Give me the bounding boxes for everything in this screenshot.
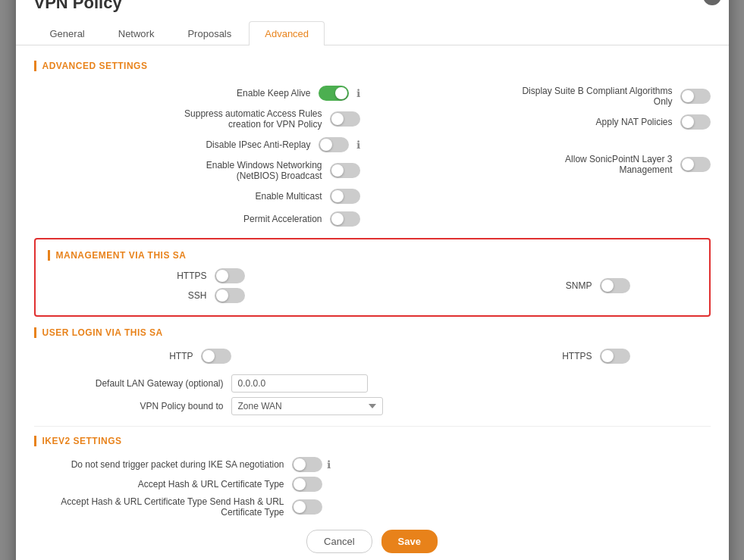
advanced-settings-grid: Enable Keep Alive ℹ Suppress automatic A… bbox=[34, 82, 711, 230]
setting-apply-nat: Apply NAT Policies bbox=[372, 111, 711, 133]
tab-network[interactable]: Network bbox=[102, 21, 171, 45]
vpn-policy-modal: × VPN Policy General Network Proposals A… bbox=[16, 0, 729, 560]
setting-suppress-access: Suppress automatic Access Rules creation… bbox=[34, 105, 372, 133]
management-left: HTTPS SSH bbox=[48, 268, 372, 308]
ikev2-header: IKEV2 SETTINGS bbox=[34, 436, 711, 446]
management-right: SNMP bbox=[372, 268, 697, 308]
setting-keep-alive: Enable Keep Alive ℹ bbox=[34, 82, 372, 105]
keep-alive-toggle[interactable] bbox=[319, 86, 349, 101]
user-https-toggle[interactable] bbox=[600, 349, 630, 364]
accept-hash-toggle[interactable] bbox=[292, 477, 322, 492]
disable-ipsec-toggle[interactable] bbox=[319, 137, 349, 152]
modal-overlay: × VPN Policy General Network Proposals A… bbox=[0, 0, 744, 560]
button-row: Cancel Save bbox=[34, 530, 711, 553]
keep-alive-info-icon[interactable]: ℹ bbox=[356, 87, 360, 99]
https-row: HTTPS bbox=[48, 268, 372, 283]
accept-hash-row: Accept Hash & URL Certificate Type bbox=[34, 477, 711, 492]
accept-hash-send-toggle[interactable] bbox=[292, 499, 322, 515]
gateway-input[interactable] bbox=[231, 374, 368, 393]
setting-allow-sonicpoint: Allow SonicPointN Layer 3 Management bbox=[372, 150, 711, 179]
gateway-row: Default LAN Gateway (optional) VPN Polic… bbox=[34, 374, 711, 415]
no-trigger-row: Do not send trigger packet during IKE SA… bbox=[34, 457, 711, 472]
apply-nat-label: Apply NAT Policies bbox=[596, 117, 673, 127]
bound-to-label: VPN Policy bound to bbox=[34, 401, 231, 411]
http-label: HTTP bbox=[34, 351, 201, 361]
tab-content-advanced: ADVANCED SETTINGS Enable Keep Alive ℹ Su… bbox=[16, 45, 729, 560]
tab-advanced[interactable]: Advanced bbox=[249, 21, 325, 45]
user-https-row: HTTPS bbox=[433, 349, 630, 364]
setting-permit-acceleration: Permit Acceleration bbox=[34, 208, 372, 230]
https-label: HTTPS bbox=[48, 271, 215, 281]
tab-general[interactable]: General bbox=[34, 21, 101, 45]
ikev2-section: IKEV2 SETTINGS Do not send trigger packe… bbox=[34, 436, 711, 518]
divider bbox=[34, 426, 711, 427]
ssh-label: SSH bbox=[48, 290, 215, 301]
display-suite-b-label: Display Suite B Compliant Algorithms Onl… bbox=[521, 86, 673, 107]
http-toggle[interactable] bbox=[201, 349, 231, 364]
tab-bar: General Network Proposals Advanced bbox=[16, 20, 729, 45]
management-section-header: MANAGEMENT VIA THIS SA bbox=[48, 250, 697, 261]
management-row: HTTPS SSH bbox=[48, 268, 697, 308]
gateway-label: Default LAN Gateway (optional) bbox=[34, 378, 231, 389]
modal-title: VPN Policy bbox=[16, 0, 729, 20]
disable-ipsec-label: Disable IPsec Anti-Replay bbox=[206, 139, 310, 150]
windows-networking-toggle[interactable] bbox=[330, 163, 360, 178]
bound-to-dropdown[interactable]: Zone WAN Zone LAN Zone DMZ bbox=[231, 397, 383, 415]
user-login-header: USER LOGIN VIA THIS SA bbox=[34, 327, 711, 338]
tab-proposals[interactable]: Proposals bbox=[171, 21, 247, 45]
snmp-toggle[interactable] bbox=[600, 278, 630, 293]
cancel-button[interactable]: Cancel bbox=[306, 530, 372, 553]
no-trigger-toggle[interactable] bbox=[292, 457, 322, 472]
user-https-label: HTTPS bbox=[433, 351, 600, 361]
snmp-row: SNMP bbox=[433, 278, 630, 293]
setting-enable-multicast: Enable Multicast bbox=[34, 185, 372, 208]
allow-sonicpoint-toggle[interactable] bbox=[680, 157, 711, 172]
accept-hash-label: Accept Hash & URL Certificate Type bbox=[34, 479, 292, 490]
snmp-label: SNMP bbox=[433, 280, 600, 291]
right-settings: Display Suite B Compliant Algorithms Onl… bbox=[372, 82, 711, 230]
no-trigger-info-icon[interactable]: ℹ bbox=[327, 458, 331, 471]
gateway-field-row: Default LAN Gateway (optional) bbox=[34, 374, 711, 393]
accept-hash-send-label: Accept Hash & URL Certificate Type Send … bbox=[34, 496, 292, 518]
no-trigger-label: Do not send trigger packet during IKE SA… bbox=[34, 459, 292, 470]
user-login-toggles: HTTP HTTPS bbox=[34, 349, 711, 368]
permit-acceleration-label: Permit Acceleration bbox=[243, 214, 322, 224]
enable-multicast-label: Enable Multicast bbox=[255, 191, 322, 202]
management-section: MANAGEMENT VIA THIS SA HTTPS SSH bbox=[34, 238, 711, 317]
user-login-right: HTTPS bbox=[372, 349, 711, 368]
apply-nat-toggle[interactable] bbox=[680, 114, 711, 130]
ssh-row: SSH bbox=[48, 288, 372, 303]
https-toggle[interactable] bbox=[215, 268, 245, 283]
user-login-section: USER LOGIN VIA THIS SA HTTP HTTPS bbox=[34, 327, 711, 415]
permit-acceleration-toggle[interactable] bbox=[330, 211, 360, 227]
advanced-settings-header: ADVANCED SETTINGS bbox=[34, 61, 711, 71]
setting-disable-ipsec: Disable IPsec Anti-Replay ℹ bbox=[34, 133, 372, 156]
ssh-toggle[interactable] bbox=[215, 288, 245, 303]
enable-multicast-toggle[interactable] bbox=[330, 189, 360, 204]
http-row: HTTP bbox=[34, 349, 372, 364]
keep-alive-label: Enable Keep Alive bbox=[237, 88, 310, 99]
setting-display-suite-b: Display Suite B Compliant Algorithms Onl… bbox=[372, 82, 711, 111]
disable-ipsec-info-icon[interactable]: ℹ bbox=[356, 139, 360, 151]
accept-hash-send-row: Accept Hash & URL Certificate Type Send … bbox=[34, 496, 711, 518]
suppress-access-label: Suppress automatic Access Rules creation… bbox=[171, 108, 322, 130]
left-settings: Enable Keep Alive ℹ Suppress automatic A… bbox=[34, 82, 372, 230]
bound-to-row: VPN Policy bound to Zone WAN Zone LAN Zo… bbox=[34, 397, 711, 415]
display-suite-b-toggle[interactable] bbox=[680, 89, 711, 104]
windows-networking-label: Enable Windows Networking (NetBIOS) Broa… bbox=[171, 160, 322, 181]
setting-windows-networking: Enable Windows Networking (NetBIOS) Broa… bbox=[34, 156, 372, 185]
user-login-left: HTTP bbox=[34, 349, 372, 368]
suppress-access-toggle[interactable] bbox=[330, 111, 360, 127]
allow-sonicpoint-label: Allow SonicPointN Layer 3 Management bbox=[521, 154, 673, 175]
save-button[interactable]: Save bbox=[381, 530, 438, 553]
